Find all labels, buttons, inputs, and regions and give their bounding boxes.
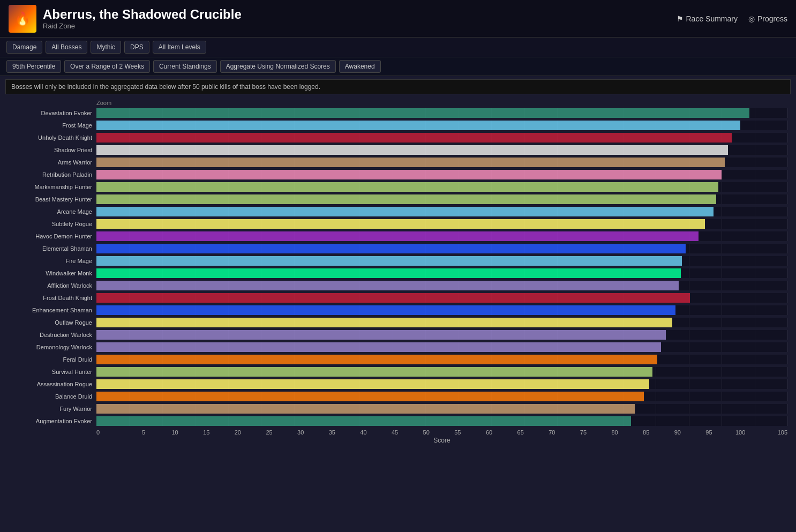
normalized-scores-dropdown[interactable]: Aggregate Using Normalized Scores <box>220 60 336 73</box>
spec-label: Demonology Warlock <box>5 344 96 350</box>
mythic-dropdown[interactable]: Mythic <box>91 41 121 54</box>
spec-label: Devastation Evoker <box>5 110 96 116</box>
spec-label: Shadow Priest <box>5 147 96 153</box>
spec-label: Havoc Demon Hunter <box>5 233 96 239</box>
bar-area <box>96 194 787 204</box>
awakened-dropdown[interactable]: Awakened <box>339 60 381 73</box>
spec-label: Arms Warrior <box>5 159 96 166</box>
bar-area <box>96 182 787 192</box>
bar-area <box>96 108 787 118</box>
x-axis-label: 15 <box>191 429 222 436</box>
bar-area <box>96 121 787 130</box>
chart-row: Shadow Priest <box>5 144 787 156</box>
spec-bar[interactable] <box>96 416 631 426</box>
chart-row: Survival Hunter <box>5 366 787 378</box>
spec-bar[interactable] <box>96 379 649 389</box>
spec-bar[interactable] <box>96 342 661 352</box>
spec-bar[interactable] <box>96 281 679 290</box>
header-titles: Aberrus, the Shadowed Crucible Raid Zone <box>43 7 677 30</box>
spec-bar[interactable] <box>96 355 657 364</box>
spec-label: Fire Mage <box>5 258 96 264</box>
spec-bar[interactable] <box>96 330 666 340</box>
bar-area <box>96 281 787 290</box>
spec-bar[interactable] <box>96 268 681 278</box>
x-axis-label: 50 <box>410 429 442 436</box>
progress-icon: ◎ <box>748 14 755 23</box>
weeks-dropdown[interactable]: Over a Range of 2 Weeks <box>64 60 150 73</box>
chart-row: Arms Warrior <box>5 156 787 168</box>
spec-bar[interactable] <box>96 170 722 179</box>
spec-bar[interactable] <box>96 392 644 401</box>
spec-bar[interactable] <box>96 256 682 266</box>
x-axis-label: 80 <box>599 429 630 436</box>
spec-label: Balance Druid <box>5 393 96 400</box>
spec-bar[interactable] <box>96 305 675 315</box>
chart-row: Assassination Rogue <box>5 378 787 390</box>
spec-bar[interactable] <box>96 404 635 414</box>
chart-row: Beast Mastery Hunter <box>5 193 787 205</box>
bar-area <box>96 207 787 216</box>
bar-area <box>96 158 787 167</box>
all-bosses-dropdown[interactable]: All Bosses <box>46 41 87 54</box>
spec-bar[interactable] <box>96 108 749 118</box>
spec-label: Enhancement Shaman <box>5 307 96 313</box>
bar-area <box>96 268 787 278</box>
spec-bar[interactable] <box>96 145 728 155</box>
x-axis-label: 30 <box>285 429 317 436</box>
spec-bar[interactable] <box>96 231 699 241</box>
chart-row: Enhancement Shaman <box>5 304 787 316</box>
x-axis-label: 45 <box>379 429 411 436</box>
bar-area <box>96 305 787 315</box>
chart-row: Havoc Demon Hunter <box>5 230 787 242</box>
chart-row: Subtlety Rogue <box>5 218 787 230</box>
x-axis-label: 75 <box>568 429 599 436</box>
progress-link[interactable]: ◎ Progress <box>748 14 787 23</box>
spec-bar[interactable] <box>96 244 686 253</box>
standings-dropdown[interactable]: Current Standings <box>153 60 217 73</box>
bar-area <box>96 367 787 377</box>
chart-container: Zoom Devastation EvokerFrost MageUnholy … <box>5 100 787 444</box>
spec-bar[interactable] <box>96 318 672 327</box>
zone-subtitle: Raid Zone <box>43 22 677 30</box>
spec-label: Arcane Mage <box>5 208 96 215</box>
spec-label: Frost Death Knight <box>5 295 96 301</box>
chart-wrapper: Zoom Devastation EvokerFrost MageUnholy … <box>0 98 796 449</box>
percentile-dropdown[interactable]: 95th Percentile <box>6 60 61 73</box>
bar-area <box>96 219 787 229</box>
toolbar-row2: 95th Percentile Over a Range of 2 Weeks … <box>0 57 796 76</box>
chart-row: Frost Death Knight <box>5 292 787 304</box>
bar-area <box>96 392 787 401</box>
zone-title: Aberrus, the Shadowed Crucible <box>43 7 677 22</box>
chart-row: Affliction Warlock <box>5 280 787 291</box>
x-axis-title: Score <box>96 437 787 444</box>
spec-label: Outlaw Rogue <box>5 319 96 326</box>
damage-dropdown[interactable]: Damage <box>6 41 42 54</box>
spec-bar[interactable] <box>96 194 716 204</box>
spec-bar[interactable] <box>96 133 732 143</box>
chart-row: Devastation Evoker <box>5 107 787 119</box>
chart-row: Feral Druid <box>5 354 787 365</box>
spec-bar[interactable] <box>96 219 705 229</box>
x-axis-label: 100 <box>725 429 756 436</box>
spec-bar[interactable] <box>96 182 718 192</box>
spec-bar[interactable] <box>96 158 725 167</box>
item-levels-dropdown[interactable]: All Item Levels <box>153 41 206 54</box>
spec-bar[interactable] <box>96 121 740 130</box>
x-axis-label: 20 <box>222 429 254 436</box>
chart-row: Outlaw Rogue <box>5 317 787 328</box>
bar-area <box>96 256 787 266</box>
x-axis-label: 70 <box>536 429 568 436</box>
spec-bar[interactable] <box>96 293 690 303</box>
spec-label: Feral Druid <box>5 356 96 363</box>
x-axis-label: 65 <box>505 429 536 436</box>
race-summary-link[interactable]: ⚑ Race Summary <box>677 14 738 23</box>
dps-dropdown[interactable]: DPS <box>124 41 149 54</box>
x-axis-label: 90 <box>662 429 694 436</box>
chart-row: Fire Mage <box>5 255 787 267</box>
chart-row: Marksmanship Hunter <box>5 181 787 193</box>
bar-area <box>96 293 787 303</box>
spec-bar[interactable] <box>96 207 714 216</box>
x-axis-label: 5 <box>128 429 160 436</box>
bar-area <box>96 133 787 143</box>
spec-bar[interactable] <box>96 367 652 377</box>
